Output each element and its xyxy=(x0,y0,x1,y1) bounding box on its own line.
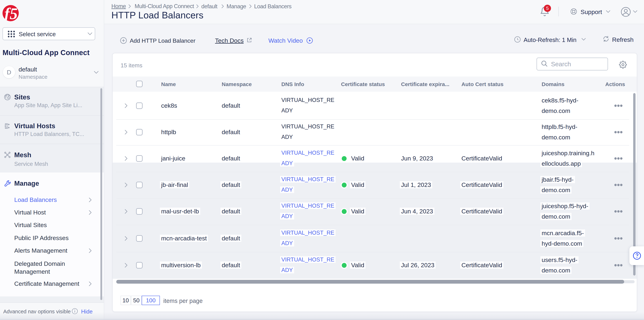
svg-text:f5: f5 xyxy=(4,5,18,21)
